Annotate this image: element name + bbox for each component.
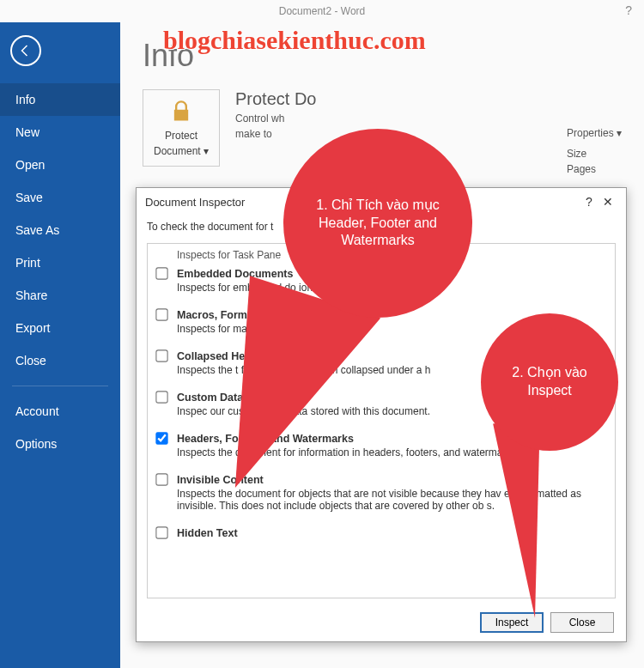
help-icon[interactable]: ? [625,3,632,17]
sidebar-item-new[interactable]: New [0,116,120,149]
sidebar-item-open[interactable]: Open [0,149,120,181]
back-arrow-icon [18,43,33,58]
backstage-sidebar: Info New Open Save Save As Print Share E… [0,22,120,668]
checkbox-macros[interactable] [155,308,167,320]
dialog-close-icon[interactable]: ✕ [598,195,617,209]
sidebar-item-account[interactable]: Account [0,395,120,428]
sidebar-item-share[interactable]: Share [0,279,120,312]
sidebar-divider [12,386,108,386]
protect-btn-label1: Protect [165,130,197,142]
callout-2: 2. Chọn vào Inspect [481,313,618,451]
watermark-text: blogchiasekienthuc.com [163,26,426,55]
checkbox-customxml[interactable] [155,391,167,403]
sidebar-item-options[interactable]: Options [0,428,120,460]
window-title: Document2 - Word [0,0,644,22]
sidebar-item-info[interactable]: Info [0,83,120,116]
back-button[interactable] [10,35,41,66]
callout-1: 1. Chỉ Tích vào mục Header, Footer and W… [283,129,472,318]
checkbox-embedded[interactable] [155,267,167,279]
protect-heading: Protect Do [235,89,316,109]
sidebar-item-close[interactable]: Close [0,344,120,377]
protect-desc2: make to [235,128,316,140]
checkbox-collapsed[interactable] [155,349,167,361]
properties-title[interactable]: Properties ▾ [567,125,622,141]
sidebar-item-print[interactable]: Print [0,246,120,279]
properties-panel: Properties ▾ Size Pages [567,125,622,177]
checkbox-invisible[interactable] [155,473,167,485]
prop-pages: Pages [567,161,622,177]
prop-size: Size [567,146,622,161]
protect-document-button[interactable]: Protect Document ▾ [143,89,220,167]
lock-icon [169,100,193,126]
protect-btn-label2: Document ▾ [154,145,209,157]
checkbox-hidden[interactable] [155,526,167,538]
checkbox-headers[interactable] [155,432,167,444]
sidebar-item-save[interactable]: Save [0,181,120,214]
sidebar-item-export[interactable]: Export [0,312,120,344]
dialog-help-icon[interactable]: ? [580,195,598,209]
protect-desc1: Control wh [235,112,316,124]
sidebar-item-saveas[interactable]: Save As [0,214,120,246]
close-button[interactable]: Close [550,612,614,633]
